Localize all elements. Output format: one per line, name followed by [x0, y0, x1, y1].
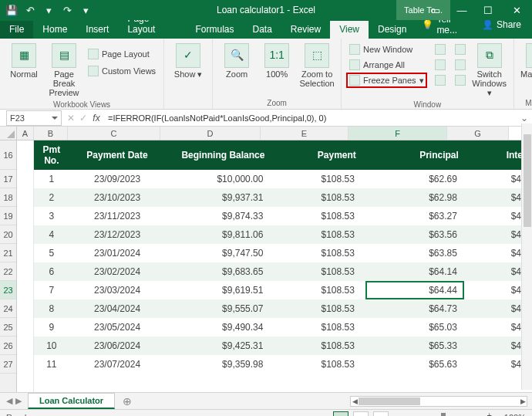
table-row[interactable]: 223/10/2023$9,937.31$108.53$62.98$4: [34, 188, 527, 207]
cell-pmt[interactable]: 2: [34, 188, 69, 207]
zoom-selection-button[interactable]: ⬚Zoom to Selection: [298, 42, 336, 90]
cell-date[interactable]: 23/09/2023: [69, 170, 166, 188]
row-header[interactable]: 17: [0, 170, 16, 188]
zoom-100-button[interactable]: 1:1100%: [258, 42, 296, 80]
cell-begbal[interactable]: $9,874.33: [165, 207, 269, 225]
custom-views-button[interactable]: Custom Views: [85, 63, 159, 79]
formula-input[interactable]: =IFERROR(IF(LoanIsNotPaid*LoanIsGood,Pri…: [103, 113, 517, 123]
cell-payment[interactable]: $108.53: [269, 355, 360, 374]
row-header[interactable]: 21: [0, 244, 16, 262]
cell-interest[interactable]: $4: [463, 188, 527, 207]
row-header[interactable]: 23: [0, 281, 16, 299]
cell-payment[interactable]: $108.53: [269, 318, 360, 337]
cell-pmt[interactable]: 6: [34, 262, 69, 281]
cell-begbal[interactable]: $9,425.31: [165, 337, 269, 355]
page-break-button[interactable]: ▤Page Break Preview: [45, 42, 83, 99]
cell-pmt[interactable]: 1: [34, 170, 69, 188]
freeze-panes-button[interactable]: Freeze Panes ▾: [346, 73, 426, 88]
enter-icon[interactable]: ✓: [77, 113, 89, 123]
tab-formulas[interactable]: Formulas: [186, 21, 243, 39]
cell-interest[interactable]: $4: [463, 170, 527, 188]
tab-insert[interactable]: Insert: [76, 21, 118, 39]
cell-begbal[interactable]: $9,619.51: [165, 281, 269, 299]
table-row[interactable]: 723/03/2024$9,619.51$108.53$64.44$4: [34, 281, 527, 299]
col-header-C[interactable]: C: [68, 127, 160, 140]
row-header[interactable]: 20: [0, 225, 16, 244]
scroll-thumb[interactable]: [359, 397, 420, 405]
col-header-B[interactable]: B: [34, 127, 68, 140]
cell-payment[interactable]: $108.53: [269, 244, 360, 262]
cell-interest[interactable]: $4: [463, 262, 527, 281]
cell-payment[interactable]: $108.53: [269, 262, 360, 281]
macros-button[interactable]: ▶Macros ▾: [519, 42, 532, 80]
cell-payment[interactable]: $108.53: [269, 207, 360, 225]
table-row[interactable]: 323/11/2023$9,874.33$108.53$63.27$4: [34, 207, 527, 225]
tab-data[interactable]: Data: [244, 21, 281, 39]
save-icon[interactable]: 💾: [5, 3, 19, 17]
tab-file[interactable]: File: [0, 21, 33, 39]
tab-view[interactable]: View: [330, 21, 369, 39]
maximize-icon[interactable]: ☐: [475, 0, 501, 20]
cell-pmt[interactable]: 4: [34, 225, 69, 244]
cells[interactable]: Pmt No. Payment Date Beginning Balance P…: [17, 140, 532, 392]
sheet-nav[interactable]: ◀▶: [0, 396, 28, 406]
ribbon-options-icon[interactable]: ▭: [423, 0, 449, 20]
row-header[interactable]: 22: [0, 262, 16, 281]
zoom-level[interactable]: 100%: [504, 413, 526, 416]
cell-principal[interactable]: $65.03: [361, 318, 463, 337]
split-button[interactable]: [432, 42, 449, 57]
cell-date[interactable]: 23/03/2024: [69, 281, 166, 299]
scroll-right-icon[interactable]: ▶: [519, 397, 527, 405]
cell-interest[interactable]: $4: [463, 299, 527, 318]
row-header[interactable]: 19: [0, 207, 16, 225]
cell-date[interactable]: 23/02/2024: [69, 262, 166, 281]
sheet-tab[interactable]: Loan Calculator: [28, 393, 115, 409]
cell-begbal[interactable]: $9,747.50: [165, 244, 269, 262]
table-row[interactable]: 1023/06/2024$9,425.31$108.53$65.33$4: [34, 337, 527, 355]
table-row[interactable]: 1123/07/2024$9,359.98$108.53$65.63$4: [34, 355, 527, 374]
cell-date[interactable]: 23/12/2023: [69, 225, 166, 244]
close-icon[interactable]: ✕: [501, 0, 532, 20]
col-header-E[interactable]: E: [261, 127, 348, 140]
cell-principal[interactable]: $65.33: [361, 337, 463, 355]
zoom-button[interactable]: 🔍Zoom: [217, 42, 256, 80]
tab-design[interactable]: Design: [369, 21, 416, 39]
cell-payment[interactable]: $108.53: [269, 281, 360, 299]
resetpos-button[interactable]: [452, 73, 469, 88]
cell-begbal[interactable]: $9,811.06: [165, 225, 269, 244]
cell-begbal[interactable]: $9,490.34: [165, 318, 269, 337]
cell-date[interactable]: 23/10/2023: [69, 188, 166, 207]
cell-principal[interactable]: $63.85: [361, 244, 463, 262]
row-header[interactable]: 27: [0, 355, 16, 374]
undo-icon[interactable]: ↶: [23, 3, 37, 17]
cell-date[interactable]: 23/01/2024: [69, 244, 166, 262]
show-button[interactable]: ✓Show ▾: [169, 42, 207, 80]
view-pagelayout-icon[interactable]: [353, 411, 369, 416]
cell-principal[interactable]: $65.63: [361, 355, 463, 374]
cell-principal[interactable]: $63.27: [361, 207, 463, 225]
add-sheet-icon[interactable]: ⊕: [115, 395, 140, 408]
cell-begbal[interactable]: $9,937.31: [165, 188, 269, 207]
view-normal-icon[interactable]: [333, 411, 348, 416]
table-row[interactable]: 423/12/2023$9,811.06$108.53$63.56$4: [34, 225, 527, 244]
cell-pmt[interactable]: 10: [34, 337, 69, 355]
nav-next-icon[interactable]: ▶: [15, 396, 22, 406]
select-all[interactable]: [0, 127, 17, 140]
page-layout-button[interactable]: Page Layout: [85, 46, 159, 62]
table-row[interactable]: 623/02/2024$9,683.65$108.53$64.14$4: [34, 262, 527, 281]
cell-interest[interactable]: $4: [463, 244, 527, 262]
row-header[interactable]: 25: [0, 318, 16, 337]
col-header-F[interactable]: F: [348, 127, 447, 140]
vertical-scrollbar[interactable]: [521, 123, 532, 390]
cell-begbal[interactable]: $10,000.00: [165, 170, 269, 188]
col-header-G[interactable]: G: [447, 127, 509, 140]
zoom-thumb[interactable]: [441, 413, 446, 416]
switch-windows-button[interactable]: ⧉Switch Windows ▾: [470, 42, 509, 99]
row-header[interactable]: 24: [0, 299, 16, 318]
sidebyside-button[interactable]: [452, 42, 469, 57]
name-box[interactable]: F23: [6, 110, 62, 126]
cell-principal[interactable]: $64.44: [361, 281, 463, 299]
cell-payment[interactable]: $108.53: [269, 299, 360, 318]
horizontal-scrollbar[interactable]: ◀ ▶: [350, 396, 527, 407]
cell-date[interactable]: 23/11/2023: [69, 207, 166, 225]
